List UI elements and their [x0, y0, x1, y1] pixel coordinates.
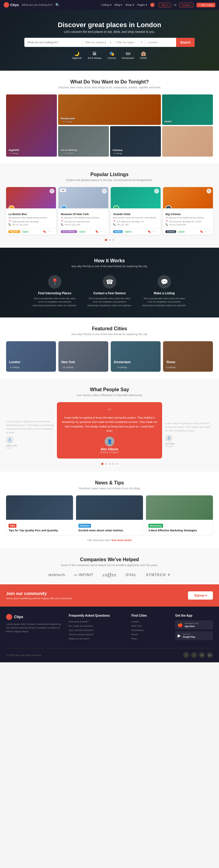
filter-region[interactable]: Filter by region ▾ [114, 41, 145, 44]
nav-shop[interactable]: Shop ▾ [125, 3, 134, 6]
hero-search-input[interactable] [24, 41, 82, 44]
heart-icon-2[interactable]: ♡ [103, 230, 106, 233]
nav-listing[interactable]: Listing ▾ [101, 3, 112, 6]
nav-pages[interactable]: Pages ▾ [137, 3, 147, 6]
cities-subtitle: See why PinCity is one of the best frien… [6, 333, 213, 336]
testimonial-dot-2[interactable] [105, 463, 107, 465]
news-more-link[interactable]: See more posts [111, 539, 132, 542]
city-london[interactable]: London 4 Listings [6, 341, 56, 372]
hero-cat-art[interactable]: 🏛 Art & History [88, 51, 102, 59]
listing-fav-3[interactable]: ♡ [154, 189, 159, 193]
mosaic-cinema-label: Cinema 3 Listings [113, 149, 122, 155]
listing-footer-3: Hotels Open 🔖 ↗ ♡ [111, 228, 160, 235]
testimonial-dot-4[interactable] [112, 463, 114, 465]
dot-1[interactable] [105, 239, 107, 241]
listing-card-cinema[interactable]: B ♡ Big Cinema All seasons of the Medite… [163, 187, 213, 235]
contact-icon: ☎ [103, 275, 116, 288]
nav-search-hint[interactable]: What are you looking for? [22, 3, 53, 6]
hero-cat-restaurant[interactable]: 🍽 Restaurant [122, 51, 134, 59]
hero-cat-cinema[interactable]: 🎭 Cinema [108, 51, 116, 59]
news-more: Like what you see? See more posts [6, 539, 213, 542]
facebook-icon[interactable]: f [183, 652, 189, 658]
footer-faq-link-2[interactable]: Do I need an account? [69, 625, 125, 627]
news-subtitle: Checkout Latest News And Articles From O… [6, 487, 213, 490]
footer-city-roma[interactable]: Roma [132, 633, 169, 636]
google-play-btn[interactable]: ▶ Get it on Google Play [175, 631, 213, 641]
news-body-3: Marketing 3 Most Effective Marketing Str… [146, 520, 213, 535]
footer-city-london[interactable]: London [132, 620, 169, 623]
testimonial-dot-3[interactable] [109, 463, 111, 465]
hero-search-button[interactable]: Search [176, 38, 195, 47]
hero-cat-nightlife[interactable]: 🌙 NightLife [72, 51, 82, 59]
signin-button[interactable]: Sign in [159, 3, 171, 7]
city-roma[interactable]: Roma 0 Listings [163, 341, 213, 372]
footer-faq-link-4[interactable]: How to contact owner? [69, 633, 125, 636]
listing-icons-4: 🔖 ↗ ♡ [200, 230, 211, 233]
mosaic-cinema[interactable]: Cinema 3 Listings [110, 126, 161, 157]
share-icon-4[interactable]: ↗ [205, 230, 207, 233]
art-label: Art & History [88, 57, 102, 59]
footer-logo-name: Cityo [14, 615, 23, 619]
footer-city-amsterdam[interactable]: Amsterdam [132, 629, 169, 631]
app-store-btn[interactable]: 🍎 Download on the App Store [175, 620, 213, 629]
bookmark-icon[interactable]: 🔖 [43, 230, 46, 233]
listing-fav-4[interactable]: ♡ [207, 189, 211, 193]
news-card-2[interactable]: Fashion Excited news about urban fashion… [76, 495, 143, 535]
footer-city-newyork[interactable]: New York [132, 625, 169, 627]
join-subtitle: Grow your marketing and be happy with yo… [6, 597, 72, 600]
heart-icon[interactable]: ♡ [51, 230, 53, 233]
listing-address-3: 📍 317 Gates Ave, Brooklyn, NY [113, 220, 158, 223]
listing-card-hotel[interactable]: G ♡ Grande Hotel Best western since the … [111, 187, 160, 235]
news-card-1[interactable]: Tips Tips for Top Quality Pics and Quant… [6, 495, 73, 535]
twitter-icon[interactable]: t [191, 652, 197, 658]
location-input[interactable]: Location [145, 41, 176, 44]
listing-card-labommbox[interactable]: L ♡ La Bomm Box All seasons of the Medit… [6, 187, 56, 235]
city-newyork[interactable]: New York 10 Listings [59, 341, 108, 372]
register-button[interactable]: Register [179, 3, 193, 7]
listing-img-2: 7.0 M ♡ [59, 187, 108, 208]
footer-faq-link-3[interactable]: Can I list my business? [69, 629, 125, 631]
search-icon[interactable]: 🔍 [56, 3, 60, 7]
linkedin-icon[interactable]: in [199, 652, 205, 658]
add-listing-button[interactable]: + Add Listing [196, 3, 215, 7]
dot-2[interactable] [109, 239, 111, 241]
nav-logo[interactable]: 📍 Cityo [4, 2, 19, 8]
share-icon[interactable]: ↗ [47, 230, 50, 233]
cart-icon[interactable]: 0 [150, 3, 154, 7]
right-quote-mark: " [165, 414, 213, 422]
hero-section: Discover great places in London Let's un… [0, 10, 219, 71]
listing-fav-1[interactable]: ♡ [49, 189, 54, 193]
news-card-3[interactable]: Marketing 3 Most Effective Marketing Str… [146, 495, 213, 535]
mosaic-arthistory[interactable]: Art & History 1 Listings [58, 126, 109, 157]
mosaic-nightlife[interactable]: Nightlife 1 Listings [6, 94, 57, 157]
heart-icon-4[interactable]: ♡ [208, 230, 211, 233]
news-grid: Tips Tips for Top Quality Pics and Quant… [6, 495, 213, 535]
footer-faq-link-5[interactable]: What are the fees? [69, 638, 125, 640]
share-icon-2[interactable]: ↗ [100, 230, 102, 233]
filter-category[interactable]: Filter by category ▾ [83, 41, 114, 44]
bookmark-icon-2[interactable]: 🔖 [95, 230, 99, 233]
mosaic-nightlife-label: Nightlife 1 Listings [8, 149, 20, 155]
googleplus-icon[interactable]: g+ [207, 652, 213, 658]
art-icon: 🏛 [93, 51, 97, 56]
city-amsterdam[interactable]: Amsterdam 0 Listings [111, 341, 160, 372]
share-icon-3[interactable]: ↗ [152, 230, 154, 233]
listing-fav-2[interactable]: ♡ [102, 189, 107, 193]
testimonial-dot-1[interactable] [101, 463, 103, 465]
mosaic-extra [162, 126, 213, 157]
bookmark-icon-3[interactable]: 🔖 [148, 230, 151, 233]
footer-faq: Frequently Asked Questions How does it w… [69, 614, 125, 642]
join-button[interactable]: Signup ▾ [188, 591, 213, 599]
nav-blog[interactable]: Blog ▾ [115, 3, 122, 6]
footer-city-paris[interactable]: Paris [132, 638, 169, 640]
footer-apps-title: Get the App [175, 614, 213, 617]
heart-icon-3[interactable]: ♡ [156, 230, 158, 233]
mosaic-hotel[interactable]: Hotel [162, 94, 213, 125]
listing-card-museum[interactable]: 7.0 M ♡ Museum Of New York All seasons o… [59, 187, 108, 235]
footer-faq-link-1[interactable]: How does it work? [69, 620, 125, 623]
mosaic-restaurant[interactable]: Restaurant 2 Listings [58, 94, 161, 125]
bookmark-icon-4[interactable]: 🔖 [200, 230, 203, 233]
hero-cat-hotels[interactable]: 🏨 Hotels [140, 51, 147, 59]
dot-3[interactable] [112, 239, 114, 241]
testimonial-dot-5[interactable] [116, 463, 118, 465]
